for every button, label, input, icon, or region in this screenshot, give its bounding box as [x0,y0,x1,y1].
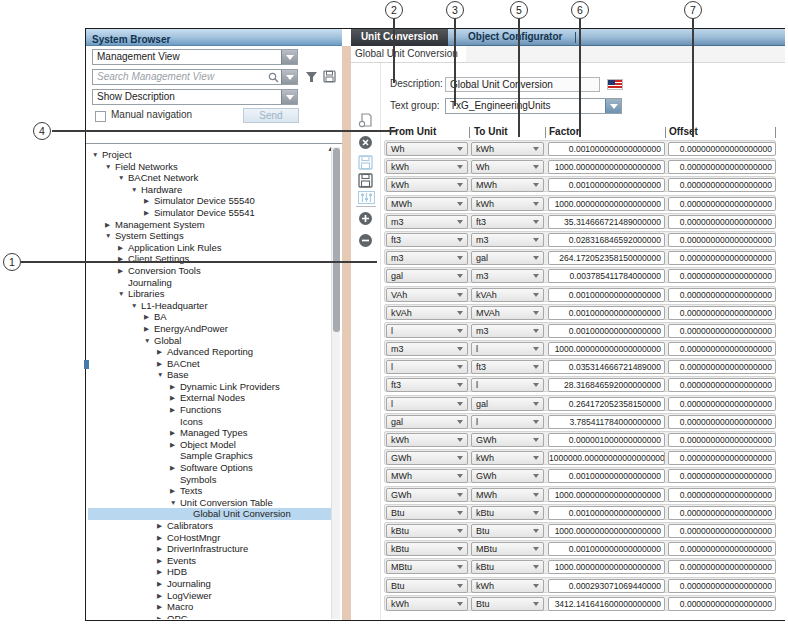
chevron-down-icon[interactable] [457,147,463,151]
from-unit-dropdown[interactable]: Wh [386,142,468,156]
chevron-down-icon[interactable] [533,365,539,369]
from-unit-dropdown[interactable]: VAh [386,288,468,302]
filter-icon[interactable] [305,71,318,84]
collapsed-arrow-icon[interactable]: ▶ [157,566,167,578]
tree-item-texts[interactable]: ▶Texts [88,485,331,497]
factor-input[interactable]: 0.001000000000000000 [548,306,665,320]
chevron-down-icon[interactable] [533,511,539,515]
chevron-down-icon[interactable] [533,147,539,151]
collapsed-arrow-icon[interactable]: ▶ [157,578,167,590]
chevron-down-icon[interactable] [457,584,463,588]
factor-input[interactable]: 0.001000000000000000 [548,469,665,483]
collapsed-arrow-icon[interactable]: ▶ [170,427,180,439]
factor-input[interactable]: 0.000001000000000000 [548,433,665,447]
tree-scrollbar[interactable] [331,147,340,619]
from-unit-dropdown[interactable]: l [386,397,468,411]
from-unit-dropdown[interactable]: m3 [386,251,468,265]
offset-input[interactable]: 0.000000000000000000 [668,160,776,174]
factor-input[interactable]: 1000.000000000000000000 [548,488,665,502]
manual-navigation-checkbox[interactable] [95,111,106,122]
to-unit-dropdown[interactable]: gal [471,397,544,411]
tree-item-external-nodes[interactable]: ▶External Nodes [88,392,331,404]
collapsed-arrow-icon[interactable]: ▶ [144,311,154,323]
expanded-arrow-icon[interactable]: ▼ [118,172,128,184]
description-field[interactable]: Global Unit Conversion [445,77,600,92]
chevron-down-icon[interactable] [457,256,463,260]
chevron-down-icon[interactable] [457,493,463,497]
tree-item-management-system[interactable]: ▶Management System [88,219,331,231]
delete-icon[interactable] [358,135,373,150]
to-unit-dropdown[interactable]: m3 [471,233,544,247]
to-unit-dropdown[interactable]: MWh [471,488,544,502]
chevron-down-icon[interactable] [605,99,621,113]
chevron-down-icon[interactable] [533,256,539,260]
chevron-down-icon[interactable] [457,238,463,242]
collapsed-arrow-icon[interactable]: ▶ [118,242,128,254]
panel-splitter[interactable] [342,46,351,620]
chevron-down-icon[interactable] [533,220,539,224]
tree-item-simulator-device-55541[interactable]: ▶Simulator Device 55541 [88,207,331,219]
offset-input[interactable]: 0.000000000000000000 [668,233,776,247]
offset-input[interactable]: 0.000000000000000000 [668,215,776,229]
collapsed-arrow-icon[interactable]: ▶ [170,392,180,404]
chevron-down-icon[interactable] [457,547,463,551]
tree-item-functions[interactable]: ▶Functions [88,404,331,416]
collapsed-arrow-icon[interactable]: ▶ [118,253,128,265]
chevron-down-icon[interactable] [457,402,463,406]
offset-input[interactable]: 0.000000000000000000 [668,488,776,502]
to-unit-dropdown[interactable]: MWh [471,178,544,192]
collapsed-arrow-icon[interactable]: ▶ [157,601,167,613]
expanded-arrow-icon[interactable]: ▼ [144,335,154,347]
collapsed-arrow-icon[interactable]: ▶ [157,346,167,358]
offset-input[interactable]: 0.000000000000000000 [668,469,776,483]
tree-item-hardware[interactable]: ▼Hardware [88,184,331,196]
factor-input[interactable]: 0.001000000000000000 [548,288,665,302]
chevron-down-icon[interactable] [457,602,463,606]
chevron-down-icon[interactable] [457,565,463,569]
chevron-down-icon[interactable] [457,347,463,351]
save-filter-icon[interactable] [323,70,336,83]
expanded-arrow-icon[interactable]: ▼ [131,300,141,312]
offset-input[interactable]: 0.000000000000000000 [668,306,776,320]
from-unit-dropdown[interactable]: gal [386,269,468,283]
offset-input[interactable]: 0.000000000000000000 [668,579,776,593]
offset-input[interactable]: 0.000000000000000000 [668,342,776,356]
chevron-down-icon[interactable] [457,529,463,533]
chevron-down-icon[interactable] [533,565,539,569]
from-unit-dropdown[interactable]: GWh [386,488,468,502]
chevron-down-icon[interactable] [457,383,463,387]
collapsed-arrow-icon[interactable]: ▶ [144,195,154,207]
factor-input[interactable]: 0.001000000000000000 [548,324,665,338]
collapsed-arrow-icon[interactable]: ▶ [170,381,180,393]
tree-item-calibrators[interactable]: ▶Calibrators [88,520,331,532]
offset-input[interactable]: 0.000000000000000000 [668,560,776,574]
tree-item-bacnet[interactable]: ▶BACnet [88,358,331,370]
to-unit-dropdown[interactable]: Btu [471,597,544,611]
chevron-down-icon[interactable] [457,183,463,187]
chevron-down-icon[interactable] [533,165,539,169]
from-unit-dropdown[interactable]: GWh [386,451,468,465]
chevron-down-icon[interactable] [457,293,463,297]
to-unit-dropdown[interactable]: Btu [471,524,544,538]
tree-item-system-settings[interactable]: ▼System Settings [88,230,331,242]
from-unit-dropdown[interactable]: kBtu [386,542,468,556]
expanded-arrow-icon[interactable]: ▼ [157,369,167,381]
factor-input[interactable]: 0.001000000000000000 [548,178,665,192]
tree-item-sample-graphics[interactable]: Sample Graphics [88,450,331,462]
factor-input[interactable]: 1000.000000000000000000 [548,524,665,538]
tree-item-opc[interactable]: ▶OPC [88,613,331,619]
factor-input[interactable]: 28.316846592000000000 [548,378,665,392]
chevron-down-icon[interactable] [533,347,539,351]
chevron-down-icon[interactable] [457,365,463,369]
collapsed-arrow-icon[interactable]: ▶ [105,219,115,231]
chevron-down-icon[interactable] [457,165,463,169]
expanded-arrow-icon[interactable]: ▼ [92,149,102,161]
chevron-down-icon[interactable] [533,402,539,406]
chevron-down-icon[interactable] [533,474,539,478]
factor-input[interactable]: 0.028316846592000000 [548,233,665,247]
chevron-down-icon[interactable] [533,383,539,387]
to-unit-dropdown[interactable]: MBtu [471,542,544,556]
offset-input[interactable]: 0.000000000000000000 [668,178,776,192]
tree-item-simulator-device-55540[interactable]: ▶Simulator Device 55540 [88,195,331,207]
factor-input[interactable]: 3.785411784000000000 [548,415,665,429]
